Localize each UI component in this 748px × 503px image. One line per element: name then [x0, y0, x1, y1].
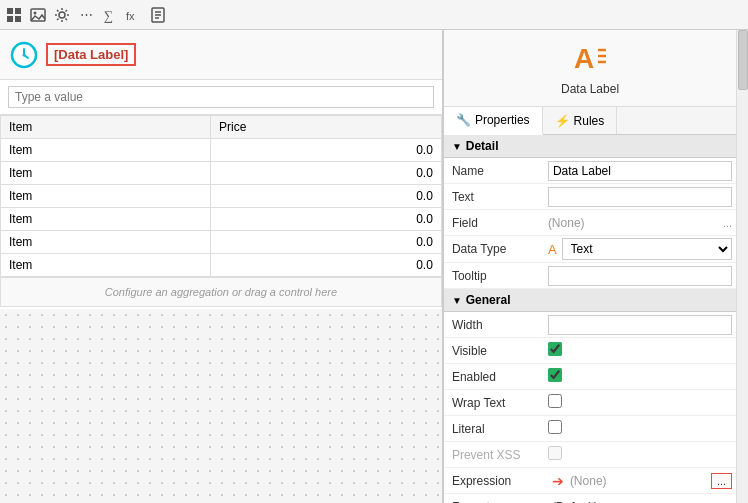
prop-field-row: Field (None) ...: [444, 210, 736, 236]
scrollbar-thumb[interactable]: [738, 30, 748, 90]
cell-price: 0.0: [211, 139, 442, 162]
tooltip-value-cell: [544, 264, 736, 288]
svg-line-14: [57, 18, 59, 20]
wraptext-checkbox[interactable]: [548, 394, 562, 408]
sigma-icon[interactable]: ∑: [100, 5, 120, 25]
right-tabs: 🔧 Properties ⚡ Rules: [444, 107, 736, 135]
svg-rect-0: [7, 8, 13, 14]
detail-section-title: Detail: [466, 139, 499, 153]
visible-label: Visible: [444, 341, 544, 361]
cell-price: 0.0: [211, 208, 442, 231]
report-icon[interactable]: [148, 5, 168, 25]
svg-rect-3: [15, 16, 21, 22]
prop-literal-row: Literal: [444, 416, 736, 442]
visible-checkbox[interactable]: [548, 342, 562, 356]
cell-price: 0.0: [211, 185, 442, 208]
preventxss-checkbox[interactable]: [548, 446, 562, 460]
right-panel: A Data Label 🔧 Properties ⚡ Rules: [443, 30, 736, 503]
datatype-label: Data Type: [444, 239, 544, 259]
app-container: ⋯ ∑ fx [Data Label]: [0, 0, 748, 503]
datatype-select[interactable]: Text: [562, 238, 733, 260]
svg-line-11: [57, 10, 59, 12]
literal-checkbox-cell: [544, 417, 736, 440]
table-row: Item0.0: [1, 254, 442, 277]
prop-wraptext-row: Wrap Text: [444, 390, 736, 416]
text-value-cell: [544, 185, 736, 209]
tooltip-label: Tooltip: [444, 266, 544, 286]
prop-width-row: Width: [444, 312, 736, 338]
general-chevron: ▼: [452, 295, 462, 306]
width-input[interactable]: [548, 315, 732, 335]
field-dots[interactable]: ...: [723, 217, 732, 229]
table-row: Item0.0: [1, 162, 442, 185]
column-item: Item: [1, 116, 211, 139]
cell-price: 0.0: [211, 162, 442, 185]
grid-icon[interactable]: [4, 5, 24, 25]
svg-rect-1: [15, 8, 21, 14]
search-input[interactable]: [8, 86, 434, 108]
cell-item: Item: [1, 231, 211, 254]
prop-format-row: Format (Default) ...: [444, 494, 736, 503]
prop-tooltip-row: Tooltip: [444, 263, 736, 289]
width-value-cell: [544, 313, 736, 337]
prop-visible-row: Visible: [444, 338, 736, 364]
cell-price: 0.0: [211, 254, 442, 277]
field-label: Field: [444, 213, 544, 233]
width-label: Width: [444, 315, 544, 335]
tab-rules[interactable]: ⚡ Rules: [543, 107, 618, 134]
svg-point-5: [34, 11, 37, 14]
name-value-cell: [544, 159, 736, 183]
data-table: Item Price Item0.0Item0.0Item0.0Item0.0I…: [0, 115, 442, 277]
svg-point-24: [23, 53, 26, 56]
general-section-header[interactable]: ▼ General: [444, 289, 736, 312]
svg-text:A: A: [574, 43, 594, 74]
clock-icon: [10, 41, 38, 69]
datatype-a-icon: A: [548, 242, 557, 257]
right-panel-header: A Data Label: [444, 30, 736, 107]
cell-item: Item: [1, 185, 211, 208]
prop-preventxss-row: Prevent XSS: [444, 442, 736, 468]
literal-label: Literal: [444, 419, 544, 439]
wraptext-label: Wrap Text: [444, 393, 544, 413]
field-value-cell: (None) ...: [544, 214, 736, 232]
rules-tab-icon: ⚡: [555, 114, 570, 128]
expression-none-text: (None): [566, 474, 709, 488]
expression-value-cell: ➔ (None) ...: [544, 471, 736, 491]
enabled-label: Enabled: [444, 367, 544, 387]
tab-properties[interactable]: 🔧 Properties: [444, 107, 543, 135]
preventxss-checkbox-cell: [544, 443, 736, 466]
text-input[interactable]: [548, 187, 732, 207]
tooltip-input[interactable]: [548, 266, 732, 286]
image-icon[interactable]: [28, 5, 48, 25]
svg-line-13: [66, 10, 68, 12]
sun-icon[interactable]: [52, 5, 72, 25]
expression-dots-button[interactable]: ...: [711, 473, 732, 489]
visible-checkbox-cell: [544, 339, 736, 362]
table-row: Item0.0: [1, 185, 442, 208]
name-input[interactable]: [548, 161, 732, 181]
fx-icon[interactable]: fx: [124, 5, 144, 25]
cell-item: Item: [1, 208, 211, 231]
scrollbar[interactable]: [736, 30, 748, 503]
cell-item: Item: [1, 162, 211, 185]
text-label: Text: [444, 187, 544, 207]
svg-line-12: [66, 18, 68, 20]
properties-tab-icon: 🔧: [456, 113, 471, 127]
left-panel: [Data Label] Item Price Item0.0Item0.0It…: [0, 30, 443, 503]
detail-chevron: ▼: [452, 141, 462, 152]
prop-expression-row: Expression ➔ (None) ...: [444, 468, 736, 494]
format-value-cell: (Default) ...: [544, 498, 736, 504]
detail-section-header[interactable]: ▼ Detail: [444, 135, 736, 158]
literal-checkbox[interactable]: [548, 420, 562, 434]
properties-tab-label: Properties: [475, 113, 530, 127]
properties-panel: ▼ Detail Name Text Field: [444, 135, 736, 503]
enabled-checkbox[interactable]: [548, 368, 562, 382]
name-label: Name: [444, 161, 544, 181]
dots-icon[interactable]: ⋯: [76, 5, 96, 25]
svg-rect-2: [7, 16, 13, 22]
table-area: Item Price Item0.0Item0.0Item0.0Item0.0I…: [0, 115, 442, 309]
expression-arrow-icon: ➔: [552, 473, 564, 489]
table-row: Item0.0: [1, 139, 442, 162]
svg-point-6: [59, 12, 65, 18]
column-price: Price: [211, 116, 442, 139]
